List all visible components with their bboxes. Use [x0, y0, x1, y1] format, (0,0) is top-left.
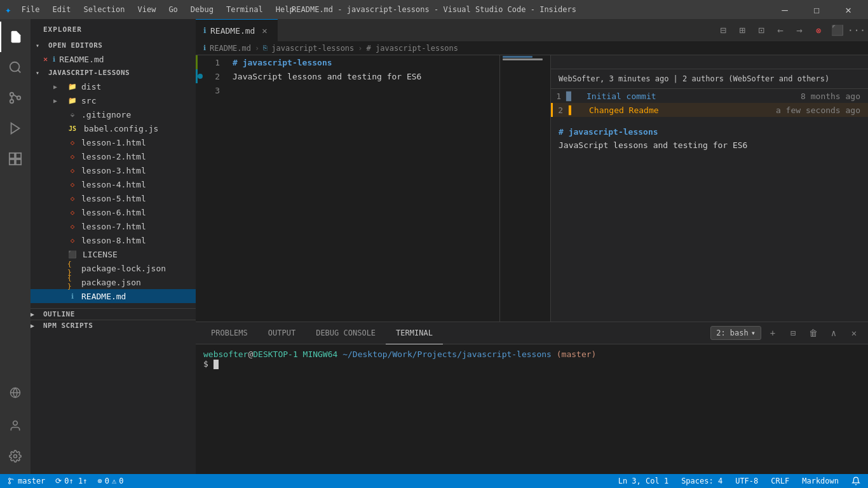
close-button[interactable]: ✕ — [834, 0, 863, 19]
folder-dist[interactable]: ▶ 📁 dist — [31, 79, 196, 93]
menu-go[interactable]: Go — [163, 4, 182, 15]
file-license[interactable]: ⬛ LICENSE — [31, 247, 196, 261]
cursor-position-item[interactable]: Ln 3, Col 1 — [616, 474, 671, 488]
line-ending-item[interactable]: CRLF — [768, 474, 792, 488]
file-gitignore[interactable]: ⬙ .gitignore — [31, 107, 196, 121]
folder-src-icon: 📁 — [67, 95, 78, 105]
menu-file[interactable]: File — [17, 4, 45, 15]
more-actions-button[interactable]: ··· — [848, 22, 865, 39]
npm-scripts-section[interactable]: ▶ NPM Scripts — [31, 320, 196, 331]
file-lesson4[interactable]: ◇ lesson-4.html — [31, 177, 196, 191]
folder-dist-icon: 📁 — [67, 81, 78, 92]
tab-md-icon: ℹ — [203, 26, 207, 35]
error-count: 0 — [105, 477, 109, 485]
encoding-item[interactable]: UTF-8 — [733, 474, 761, 488]
project-folder-section[interactable]: ▾ Javascript-Lessons — [31, 66, 196, 79]
split-editor-button[interactable]: ⊟ — [714, 22, 732, 39]
folder-src-chevron: ▶ — [53, 97, 64, 104]
close-icon[interactable]: ✕ — [43, 55, 48, 64]
shell-selector[interactable]: 2: bash ▾ — [710, 326, 761, 340]
toggle-panel-button[interactable]: ⬛ — [829, 22, 846, 39]
layout-button[interactable]: ⊞ — [733, 22, 751, 39]
file-babel-config[interactable]: JS babel.config.js — [31, 121, 196, 135]
preview-button[interactable]: ⊡ — [752, 22, 770, 39]
language-mode-item[interactable]: Markdown — [799, 474, 841, 488]
settings-activity-icon[interactable] — [0, 441, 31, 471]
split-terminal-button[interactable]: ⊟ — [784, 324, 802, 342]
file-lesson6[interactable]: ◇ lesson-6.html — [31, 205, 196, 219]
tab-debug-console[interactable]: DEBUG CONSOLE — [306, 322, 386, 344]
svg-rect-9 — [16, 153, 21, 158]
breadcrumb-project[interactable]: javascript-lessons — [271, 44, 354, 53]
file-lesson3[interactable]: ◇ lesson-3.html — [31, 163, 196, 177]
svg-line-6 — [13, 95, 17, 97]
json-icon-1: { } — [67, 263, 78, 273]
open-editors-chevron: ▾ — [36, 42, 46, 49]
lesson1-label: lesson-1.html — [81, 138, 146, 147]
file-package[interactable]: { } package.json — [31, 275, 196, 289]
menu-selection[interactable]: Selection — [78, 4, 130, 15]
explorer-activity-icon[interactable] — [0, 22, 31, 52]
panel-maximize-button[interactable]: ∧ — [825, 324, 843, 342]
tab-problems[interactable]: PROBLEMS — [201, 322, 258, 344]
file-lesson5[interactable]: ◇ lesson-5.html — [31, 191, 196, 205]
open-editor-readme[interactable]: ✕ ℹ README.md — [31, 52, 196, 66]
extensions-activity-icon[interactable] — [0, 144, 31, 174]
navigate-forward-button[interactable]: → — [790, 22, 808, 39]
file-lesson7[interactable]: ◇ lesson-7.html — [31, 219, 196, 233]
notifications-item[interactable] — [849, 474, 863, 488]
navigate-back-button[interactable]: ← — [771, 22, 789, 39]
sidebar-content: ▾ Open Editors ✕ ℹ README.md ▾ Javascrip… — [31, 39, 196, 474]
blame-panel: WebSofter, 3 minutes ago | 2 authors (We… — [550, 55, 868, 322]
gitignore-icon: ⬙ — [67, 109, 78, 119]
term-prompt-symbol: $ — [203, 359, 214, 369]
tab-output[interactable]: OUTPUT — [258, 322, 306, 344]
file-lesson2[interactable]: ◇ lesson-2.html — [31, 149, 196, 163]
file-readme[interactable]: ℹ README.md — [31, 289, 196, 303]
outline-chevron: ▶ — [31, 311, 41, 318]
git-branch-icon — [8, 477, 15, 485]
new-terminal-button[interactable]: + — [764, 324, 782, 342]
minimize-button[interactable]: — — [770, 0, 799, 19]
error-status-item[interactable]: ⊗ 0 ⚠ 0 — [95, 474, 126, 488]
git-time-2: a few seconds ago — [776, 105, 868, 115]
sync-status-item[interactable]: ⟳ 0↑ 1↑ — [53, 474, 90, 488]
breadcrumb-readme[interactable]: README.md — [210, 44, 251, 53]
account-activity-icon[interactable] — [0, 410, 31, 441]
open-editors-section[interactable]: ▾ Open Editors — [31, 39, 196, 52]
terminal-content[interactable]: websofter@DESKTOP-1 MINGW64 ~/Desktop/Wo… — [196, 344, 868, 474]
file-lesson1[interactable]: ◇ lesson-1.html — [31, 135, 196, 149]
source-control-activity-icon[interactable] — [0, 83, 31, 113]
sidebar-header: Explorer — [31, 19, 196, 39]
run-activity-icon[interactable] — [0, 113, 31, 144]
code-line-3 — [227, 83, 499, 97]
project-folder-chevron: ▾ — [36, 69, 46, 76]
outline-section[interactable]: ▶ Outline — [31, 308, 196, 320]
menu-terminal[interactable]: Terminal — [221, 4, 268, 15]
menu-edit[interactable]: Edit — [48, 4, 76, 15]
menu-view[interactable]: View — [132, 4, 161, 15]
sidebar: Explorer ▾ Open Editors ✕ ℹ README.md ▾ … — [31, 19, 196, 474]
kill-terminal-button[interactable]: 🗑 — [804, 324, 822, 342]
language-mode-label: Markdown — [802, 477, 839, 485]
maximize-button[interactable]: ☐ — [802, 0, 831, 19]
folder-src[interactable]: ▶ 📁 src — [31, 93, 196, 107]
menu-debug[interactable]: Debug — [186, 4, 219, 15]
remote-activity-icon[interactable] — [0, 377, 31, 408]
search-activity-icon[interactable] — [0, 52, 31, 83]
file-lesson8[interactable]: ◇ lesson-8.html — [31, 233, 196, 247]
html-icon-4: ◇ — [67, 179, 78, 189]
editor-text[interactable]: # javascript-lessons JavaScript lessons … — [227, 55, 499, 322]
git-branch-status[interactable]: master — [5, 474, 48, 488]
tab-readme[interactable]: ℹ README.md ✕ — [196, 19, 278, 41]
lesson7-label: lesson-7.html — [81, 222, 146, 231]
tab-close-button[interactable]: ✕ — [259, 25, 270, 36]
breadcrumb-heading[interactable]: # javascript-lessons — [367, 44, 459, 53]
file-package-lock[interactable]: { } package-lock.json — [31, 261, 196, 275]
panel-close-button[interactable]: ✕ — [845, 324, 863, 342]
lesson4-label: lesson-4.html — [81, 180, 146, 189]
indentation-item[interactable]: Spaces: 4 — [679, 474, 725, 488]
svg-point-0 — [10, 62, 20, 72]
tab-terminal[interactable]: TERMINAL — [386, 322, 443, 344]
outline-label: Outline — [43, 310, 75, 318]
